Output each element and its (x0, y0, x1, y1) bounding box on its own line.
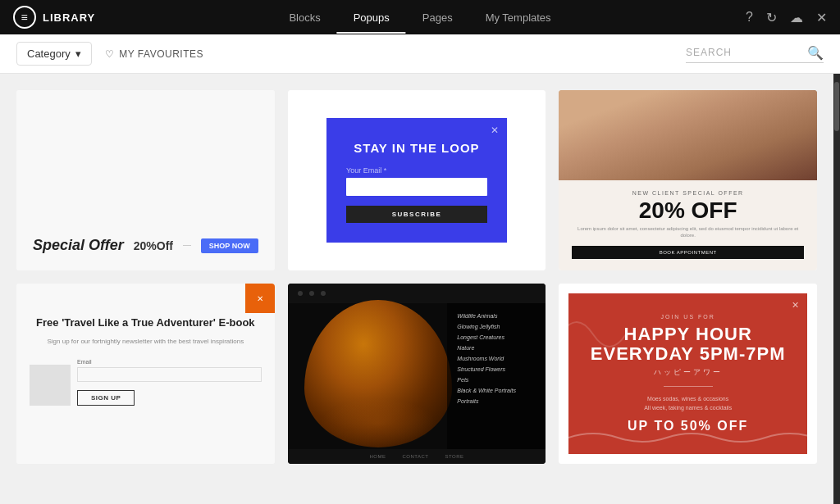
orange-corner-icon: ✕ (245, 284, 275, 313)
tab-blocks[interactable]: Blocks (272, 2, 336, 34)
menu-item-8: Black & White Portraits (457, 388, 536, 393)
hh-japanese-text: ハッピーアワー (654, 367, 723, 378)
card3-description: Lorem ipsum dolor sit amet, consectetur … (572, 225, 804, 239)
favourites-button[interactable]: ♡ MY FAVOURITES (105, 48, 203, 60)
hh-close-icon: ✕ (792, 300, 799, 311)
template-card-5[interactable]: Wildlife Animals Glowing Jellyfish Longe… (288, 284, 546, 464)
template-card-3[interactable]: NEW CLIENT SPECIAL OFFER 20% OFF Lorem i… (559, 90, 817, 270)
offer-badge: 20%Off (134, 239, 173, 252)
tab-pages[interactable]: Pages (406, 2, 469, 34)
tab-popups[interactable]: Popups (337, 2, 406, 34)
ebook-email-input (77, 367, 262, 382)
footer-item-3: STORE (445, 454, 463, 459)
ebook-image (30, 365, 71, 406)
favourites-label: MY FAVOURITES (119, 48, 203, 60)
menu-item-5: Mushrooms World (457, 356, 536, 361)
happy-hour-box: ✕ JOIN US FOR HAPPY HOUR EVERYDAY 5PM-7P… (568, 293, 807, 454)
loop-email-label: Your Email * (346, 166, 487, 175)
heart-icon: ♡ (105, 48, 115, 60)
menu-item-6: Structured Flowers (457, 366, 536, 372)
hh-join-text: JOIN US FOR (660, 314, 714, 320)
scrollbar-thumb[interactable] (834, 82, 839, 131)
loop-subscribe-btn: SUBSCRIBE (346, 206, 487, 223)
template-card-4[interactable]: ✕ Free 'Travel Like a True Adventurer' E… (16, 284, 275, 464)
ebook-signup-button: SIGN UP (77, 390, 135, 406)
menu-item-4: Nature (457, 345, 536, 351)
card3-button: BOOK APPOINTMENT (572, 246, 804, 259)
logo-icon: ≡ (13, 6, 36, 29)
dark-footer: HOME CONTACT STORE (288, 449, 546, 464)
newsletter-modal: ✕ STAY IN THE LOOP Your Email * SUBSCRIB… (326, 118, 507, 243)
card-3-body: NEW CLIENT SPECIAL OFFER 20% OFF Lorem i… (559, 180, 817, 269)
tab-my-templates[interactable]: My Templates (469, 2, 568, 34)
save-icon[interactable]: ☁ (790, 10, 803, 25)
footer-item-1: HOME (369, 454, 386, 459)
template-grid-area: Special Offer 20%Off SHOP NOW ✕ STAY IN … (0, 74, 833, 504)
ebook-email-label: Email (77, 359, 262, 365)
card-5-inner: Wildlife Animals Glowing Jellyfish Longe… (288, 284, 546, 464)
template-card-2[interactable]: ✕ STAY IN THE LOOP Your Email * SUBSCRIB… (288, 90, 546, 270)
template-grid: Special Offer 20%Off SHOP NOW ✕ STAY IN … (16, 90, 817, 464)
loop-title: STAY IN THE LOOP (346, 141, 487, 155)
nav-dot-1 (298, 291, 303, 296)
template-card-1[interactable]: Special Offer 20%Off SHOP NOW (16, 90, 275, 270)
footer-item-2: CONTACT (402, 454, 428, 459)
ebook-fields: Email SIGN UP (77, 359, 262, 406)
offer-button: SHOP NOW (201, 238, 258, 253)
chevron-down-icon: ▾ (75, 48, 81, 60)
percent-off: 20% OFF (572, 199, 804, 222)
logo-area: ≡ LIBRARY (13, 6, 95, 29)
jellyfish-tentacles (321, 398, 436, 447)
category-label: Category (27, 48, 71, 60)
hh-squiggle-left (568, 310, 626, 359)
special-offer-content: Special Offer 20%Off SHOP NOW (33, 237, 258, 254)
loop-close-icon: ✕ (491, 125, 499, 136)
ebook-title: Free 'Travel Like a True Adventurer' E-b… (30, 316, 262, 330)
nav-tabs: Blocks Popups Pages My Templates (272, 2, 567, 34)
nav-dot-2 (309, 291, 314, 296)
help-icon[interactable]: ? (746, 10, 753, 25)
card-1-inner: Special Offer 20%Off SHOP NOW (16, 90, 275, 270)
search-icon[interactable]: 🔍 (807, 45, 824, 61)
logo-text: LIBRARY (43, 11, 95, 24)
menu-item-9: Portraits (457, 398, 536, 404)
ebook-subtitle: Sign up for our fortnightly newsletter w… (30, 337, 262, 346)
menu-item-2: Glowing Jellyfish (457, 324, 536, 329)
card-3-inner: NEW CLIENT SPECIAL OFFER 20% OFF Lorem i… (559, 90, 817, 270)
card-2-inner: ✕ STAY IN THE LOOP Your Email * SUBSCRIB… (288, 90, 546, 270)
main-content: Special Offer 20%Off SHOP NOW ✕ STAY IN … (0, 74, 840, 504)
menu-item-3: Longest Creatures (457, 334, 536, 340)
card-3-photo (559, 90, 817, 180)
card-4-inner: ✕ Free 'Travel Like a True Adventurer' E… (16, 284, 275, 464)
dark-nav-bar (288, 284, 546, 303)
scrollbar-track[interactable] (833, 74, 840, 504)
loop-email-input (346, 178, 487, 196)
card-6-inner: ✕ JOIN US FOR HAPPY HOUR EVERYDAY 5PM-7P… (559, 284, 817, 464)
hh-squiggle-bottom (568, 429, 807, 446)
dark-side-menu: Wildlife Animals Glowing Jellyfish Longe… (447, 303, 546, 451)
new-client-label: NEW CLIENT SPECIAL OFFER (572, 190, 804, 196)
template-card-6[interactable]: ✕ JOIN US FOR HAPPY HOUR EVERYDAY 5PM-7P… (559, 284, 817, 464)
face-photo (559, 90, 817, 180)
special-offer-text: Special Offer (33, 237, 124, 254)
toolbar: Category ▾ ♡ MY FAVOURITES 🔍 (0, 34, 840, 74)
menu-item-7: Pets (457, 377, 536, 383)
header: ≡ LIBRARY Blocks Popups Pages My Templat… (0, 0, 840, 34)
category-dropdown[interactable]: Category ▾ (16, 42, 92, 66)
hh-description: Moes sodas, wines & occasions All week, … (644, 395, 732, 412)
search-input[interactable] (686, 47, 801, 58)
header-actions: ? ↻ ☁ ✕ (746, 10, 827, 25)
hh-divider (664, 386, 713, 387)
ebook-content: Free 'Travel Like a True Adventurer' E-b… (30, 316, 262, 414)
close-icon[interactable]: ✕ (816, 10, 827, 25)
menu-item-1: Wildlife Animals (457, 313, 536, 319)
nav-dot-3 (321, 291, 326, 296)
refresh-icon[interactable]: ↻ (766, 10, 777, 25)
ebook-form: Email SIGN UP (30, 359, 262, 406)
search-area: 🔍 (686, 45, 824, 63)
offer-line (183, 245, 191, 246)
